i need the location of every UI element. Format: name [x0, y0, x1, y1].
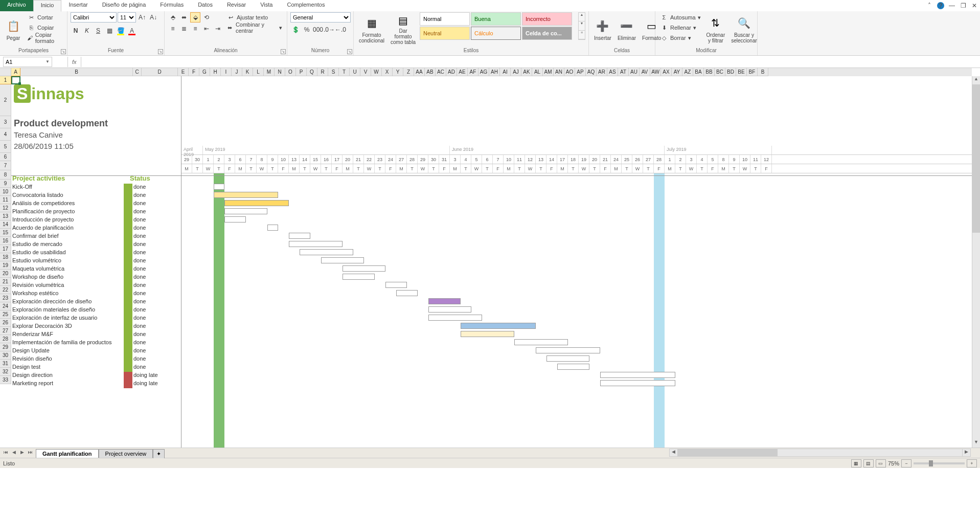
tab-insert[interactable]: Insertar	[61, 0, 95, 11]
next-sheet-button[interactable]: ▶	[18, 450, 26, 457]
border-button[interactable]: ▦	[104, 26, 115, 36]
decrease-indent-button[interactable]: ⇤	[201, 24, 212, 34]
task-row[interactable]: Planificación de proyectodone	[11, 208, 169, 216]
task-row[interactable]: Revisión diseñodone	[11, 355, 169, 364]
align-top-button[interactable]: ⬘	[168, 12, 178, 23]
namebox-dropdown-icon[interactable]: ▼	[45, 59, 50, 64]
col-header-AC[interactable]: AC	[436, 68, 446, 76]
gantt-bar[interactable]	[385, 282, 407, 288]
gantt-bar[interactable]	[343, 274, 375, 280]
spreadsheet-grid[interactable]: ⌄ ABCDEFGHIJKLMNOPQRSTUVWXYZAAABACADAEAF…	[0, 68, 980, 448]
gantt-bar[interactable]	[600, 380, 675, 386]
gantt-bar[interactable]	[428, 306, 471, 313]
row-header-6[interactable]: 6	[0, 153, 11, 161]
gantt-bar[interactable]	[428, 298, 461, 304]
col-header-AT[interactable]: AT	[618, 68, 629, 76]
gantt-bar[interactable]	[600, 372, 675, 378]
row-header-27[interactable]: 27	[0, 327, 11, 335]
insert-cells-button[interactable]: ➕Insertar	[592, 12, 613, 46]
fx-button[interactable]: fx	[67, 57, 81, 67]
row-header-25[interactable]: 25	[0, 310, 11, 319]
zoom-slider[interactable]	[914, 462, 965, 464]
restore-icon[interactable]: ❐	[960, 2, 967, 9]
gantt-bar[interactable]	[289, 241, 343, 247]
vertical-scrollbar[interactable]: ▲ ▼	[972, 76, 980, 448]
align-middle-button[interactable]: ⬌	[179, 12, 189, 23]
col-header-T[interactable]: T	[339, 68, 350, 76]
style-check[interactable]: Celda de co...	[522, 27, 572, 40]
task-row[interactable]: Kick-Offdone	[11, 184, 169, 192]
row-header-26[interactable]: 26	[0, 319, 11, 327]
paste-button[interactable]: 📋 Pegar	[3, 12, 24, 46]
col-header-H[interactable]: H	[210, 68, 221, 76]
col-header-AK[interactable]: AK	[521, 68, 532, 76]
font-size-select[interactable]: 11	[118, 12, 136, 23]
task-row[interactable]: Maqueta volumétricadone	[11, 265, 169, 274]
col-header-A[interactable]: A	[11, 68, 20, 76]
gantt-bar[interactable]	[546, 355, 589, 362]
col-header-AW[interactable]: AW	[650, 68, 661, 76]
col-header-BF[interactable]: BF	[747, 68, 758, 76]
delete-cells-button[interactable]: ➖Eliminar	[616, 12, 638, 46]
col-header-AI[interactable]: AI	[500, 68, 511, 76]
gantt-bar[interactable]	[343, 265, 385, 272]
col-header-L[interactable]: L	[253, 68, 264, 76]
cut-button[interactable]: ✂Cortar	[26, 12, 64, 23]
col-header-AZ[interactable]: AZ	[682, 68, 693, 76]
active-cell[interactable]	[11, 76, 20, 84]
last-sheet-button[interactable]: ⏭	[27, 450, 34, 457]
gantt-bar[interactable]	[536, 347, 600, 353]
col-header-AV[interactable]: AV	[640, 68, 650, 76]
gantt-bar[interactable]	[321, 257, 364, 263]
task-row[interactable]: Exploración materiales de diseñodone	[11, 306, 169, 315]
col-header-AP[interactable]: AP	[575, 68, 586, 76]
sheet-tab-gantt[interactable]: Gantt planification	[36, 449, 99, 458]
gantt-bar[interactable]	[461, 331, 514, 337]
col-header-AQ[interactable]: AQ	[586, 68, 597, 76]
row-header-29[interactable]: 29	[0, 343, 11, 351]
align-center-button[interactable]: ≣	[179, 24, 189, 34]
row-header-21[interactable]: 21	[0, 278, 11, 286]
col-header-AH[interactable]: AH	[489, 68, 500, 76]
align-launcher[interactable]: ↘	[281, 49, 286, 54]
task-row[interactable]: Design testdone	[11, 364, 169, 372]
task-row[interactable]: Marketing reportdoing late	[11, 380, 169, 388]
percent-button[interactable]: %	[302, 25, 312, 35]
zoom-out-button[interactable]: −	[901, 459, 911, 468]
col-header-B[interactable]: B	[758, 68, 768, 76]
row-header-7[interactable]: 7	[0, 161, 11, 170]
task-row[interactable]: Exploración dirección de diseñodone	[11, 298, 169, 306]
task-row[interactable]: Revisión volumétricadone	[11, 282, 169, 290]
sort-filter-button[interactable]: ⇅Ordenar y filtrar	[704, 12, 727, 46]
underline-button[interactable]: S	[93, 26, 103, 36]
number-format-select[interactable]: General	[290, 12, 351, 23]
col-header-M[interactable]: M	[264, 68, 275, 76]
task-row[interactable]: Análisis de competidoresdone	[11, 200, 169, 208]
row-header-1[interactable]: 1	[0, 76, 11, 84]
task-row[interactable]: Acuerdo de planificacióndone	[11, 225, 169, 233]
col-header-Y[interactable]: Y	[393, 68, 403, 76]
col-header-F[interactable]: F	[189, 68, 199, 76]
task-row[interactable]: Convocatoria listadodone	[11, 192, 169, 200]
help-icon[interactable]: ?	[937, 2, 944, 9]
row-header-28[interactable]: 28	[0, 335, 11, 343]
task-row[interactable]: Estudio de usabilidaddone	[11, 249, 169, 257]
prev-sheet-button[interactable]: ◀	[10, 450, 17, 457]
col-header-C[interactable]: C	[133, 68, 142, 76]
col-header-AS[interactable]: AS	[607, 68, 618, 76]
select-all-corner[interactable]	[0, 68, 11, 76]
style-gallery[interactable]: Normal Buena Incorrecto Neutral Cálculo …	[420, 12, 578, 40]
row-header-17[interactable]: 17	[0, 245, 11, 253]
wrap-text-button[interactable]: ↩Ajustar texto	[225, 12, 284, 23]
row-header-11[interactable]: 11	[0, 196, 11, 204]
col-header-BA[interactable]: BA	[693, 68, 704, 76]
sheet-tab-overview[interactable]: Project overview	[99, 449, 153, 458]
decrease-decimal-button[interactable]: ←.0	[335, 25, 346, 35]
gantt-bar[interactable]	[514, 339, 568, 345]
task-row[interactable]: Design Updatedone	[11, 347, 169, 355]
thousands-button[interactable]: 000	[313, 25, 323, 35]
gantt-bar[interactable]	[214, 184, 224, 190]
task-row[interactable]: Workshop de diseñodone	[11, 274, 169, 282]
tab-view[interactable]: Vista	[253, 0, 280, 11]
col-header-AU[interactable]: AU	[629, 68, 640, 76]
